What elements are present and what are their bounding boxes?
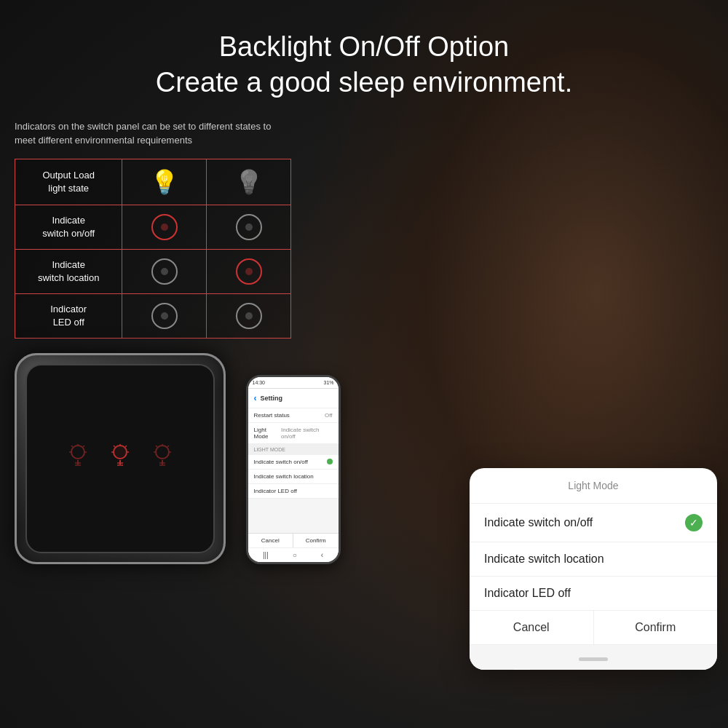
phone-action-buttons: Cancel Confirm bbox=[248, 533, 339, 547]
switch-device bbox=[15, 353, 226, 564]
table-row: Indicateswitch location bbox=[15, 249, 291, 293]
table-label: Indicateswitch on/off bbox=[15, 205, 122, 249]
table-icon-col2 bbox=[207, 293, 291, 338]
svg-line-16 bbox=[125, 446, 127, 447]
table-row: Indicateswitch on/off bbox=[15, 205, 291, 249]
switch-device-inner bbox=[25, 364, 215, 553]
modal-actions: Cancel Confirm bbox=[470, 611, 717, 644]
phone-light-mode-section: Light Mode bbox=[248, 444, 339, 455]
feature-table: Output Loadlight state 💡 💡 Indicateswitc… bbox=[15, 159, 291, 339]
table-icon-col1 bbox=[122, 293, 207, 338]
modal-cancel-button[interactable]: Cancel bbox=[470, 611, 594, 644]
modal-option-2-label: Indicate switch location bbox=[484, 553, 604, 566]
bulb-off-icon: 💡 bbox=[234, 168, 264, 196]
phone-light-mode-row[interactable]: Light Mode Indicate switch on/off bbox=[248, 423, 339, 444]
phone-container: 14:30 31% ‹ Setting Restart status Off bbox=[240, 375, 346, 564]
bottom-section: 14:30 31% ‹ Setting Restart status Off bbox=[15, 353, 342, 564]
svg-point-9 bbox=[114, 446, 127, 459]
phone-device: 14:30 31% ‹ Setting Restart status Off bbox=[246, 375, 341, 564]
light-icon-1 bbox=[68, 444, 88, 472]
modal-checkmark-icon: ✓ bbox=[685, 514, 703, 531]
phone-restart-row: Restart status Off bbox=[248, 408, 339, 423]
phone-nav-bar: ||| ○ ‹ bbox=[248, 547, 339, 562]
main-content: Backlight On/Off Option Create a good sl… bbox=[0, 0, 728, 728]
phone-nav-back-icon[interactable]: ‹ bbox=[321, 551, 323, 559]
circle-gray-icon bbox=[236, 303, 262, 329]
phone-cancel-button[interactable]: Cancel bbox=[248, 534, 294, 547]
modal-option-2[interactable]: Indicate switch location bbox=[470, 542, 717, 577]
table-icon-col1 bbox=[122, 205, 207, 249]
header-section: Backlight On/Off Option Create a good sl… bbox=[15, 15, 713, 119]
phone-back-button[interactable]: ‹ bbox=[254, 393, 257, 403]
circle-red-icon bbox=[236, 258, 262, 285]
table-icon-col2 bbox=[207, 249, 291, 293]
circle-gray-icon bbox=[236, 214, 262, 240]
phone-status-bar: 14:30 31% bbox=[248, 377, 339, 389]
svg-point-18 bbox=[156, 446, 169, 459]
phone-option-1[interactable]: Indicate switch on/off bbox=[248, 455, 339, 470]
phone-option-3[interactable]: Indicator LED off bbox=[248, 484, 339, 499]
circle-red-icon bbox=[151, 214, 178, 240]
modal-title: Light Mode bbox=[470, 468, 717, 504]
circle-gray-icon bbox=[151, 258, 178, 285]
phone-selected-dot bbox=[327, 459, 333, 464]
circle-gray-icon bbox=[151, 303, 178, 329]
phone-nav-menu-icon[interactable]: ||| bbox=[263, 551, 269, 559]
svg-line-25 bbox=[167, 446, 169, 447]
modal-home-indicator bbox=[470, 644, 717, 670]
table-row: Output Loadlight state 💡 💡 bbox=[15, 159, 291, 205]
light-icon-2 bbox=[110, 444, 130, 472]
table-label: Output Loadlight state bbox=[15, 159, 122, 205]
table-icon-on: 💡 bbox=[122, 159, 207, 205]
phone-screen: 14:30 31% ‹ Setting Restart status Off bbox=[248, 377, 339, 562]
bulb-on-icon: 💡 bbox=[150, 168, 179, 196]
phone-nav-home-icon[interactable]: ○ bbox=[293, 551, 297, 559]
modal-option-1[interactable]: Indicate switch on/off ✓ bbox=[470, 504, 717, 542]
svg-line-15 bbox=[114, 446, 115, 447]
table-icon-col2 bbox=[207, 205, 291, 249]
table-icon-col1 bbox=[122, 249, 207, 293]
svg-line-6 bbox=[71, 446, 73, 447]
modal-confirm-button[interactable]: Confirm bbox=[594, 611, 718, 644]
light-icon-3 bbox=[152, 444, 173, 472]
svg-point-0 bbox=[71, 446, 84, 459]
svg-line-7 bbox=[83, 446, 84, 447]
table-icon-off: 💡 bbox=[207, 159, 291, 205]
modal-option-3-label: Indicator LED off bbox=[484, 587, 571, 600]
light-mode-modal: Light Mode Indicate switch on/off ✓ Indi… bbox=[470, 468, 717, 670]
modal-option-3[interactable]: Indicator LED off bbox=[470, 577, 717, 611]
svg-line-24 bbox=[156, 446, 157, 447]
left-panel: Indicators on the switch panel can be se… bbox=[15, 119, 342, 564]
description-text: Indicators on the switch panel can be se… bbox=[15, 119, 291, 148]
home-indicator bbox=[579, 657, 608, 661]
modal-option-1-label: Indicate switch on/off bbox=[484, 516, 593, 529]
phone-header: ‹ Setting bbox=[248, 389, 339, 408]
phone-confirm-button[interactable]: Confirm bbox=[293, 534, 339, 547]
table-label: IndicatorLED off bbox=[15, 293, 122, 338]
table-label: Indicateswitch location bbox=[15, 249, 122, 293]
table-row: IndicatorLED off bbox=[15, 293, 291, 338]
phone-option-2[interactable]: Indicate switch location bbox=[248, 470, 339, 484]
header-title: Backlight On/Off Option Create a good sl… bbox=[15, 29, 713, 101]
